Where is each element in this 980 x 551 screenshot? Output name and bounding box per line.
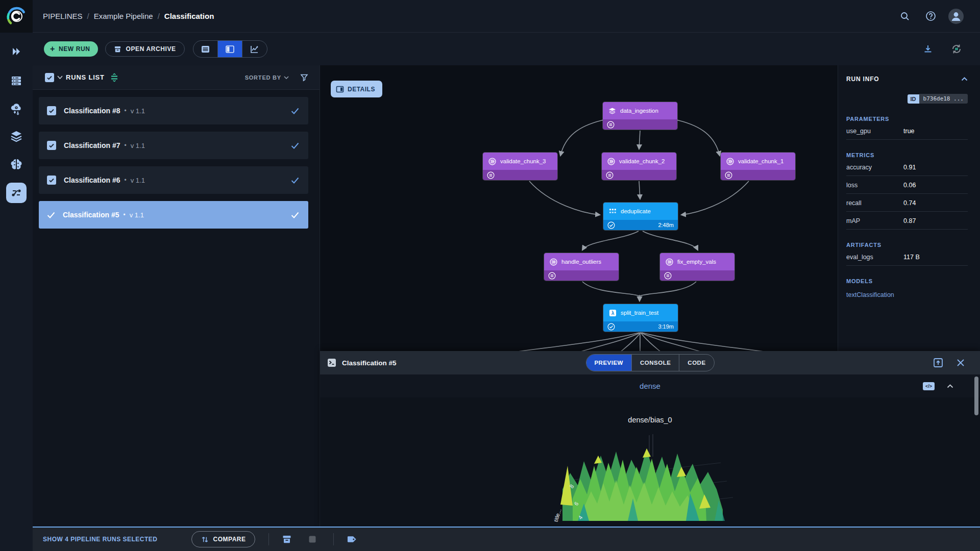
runs-list-body: Classification #8 • v 1.1 Classification… [33,90,320,229]
select-all-caret[interactable] [57,76,63,79]
node-label: split_train_test [621,310,658,316]
run-checkbox[interactable] [47,141,56,150]
dag-node-validate-chunk-1[interactable]: validate_chunk_1 [721,153,795,180]
expand-panel-icon[interactable] [933,358,943,368]
menu-circle-icon[interactable] [487,171,495,179]
model-link[interactable]: textClassification [846,291,968,298]
chart-view-icon [250,44,259,54]
chevrons-circle-icon [607,158,615,165]
footer-divider [333,533,334,545]
menu-circle-icon[interactable] [607,121,615,129]
tab-console[interactable]: CONSOLE [632,355,679,371]
dag-node-data-ingestion[interactable]: data_ingestion [603,102,677,130]
metric-value: 0.06 [903,182,916,189]
collapse-chevron-up-icon[interactable] [961,77,968,81]
dag-node-handle-outliers[interactable]: handle_outliers [544,253,619,281]
menu-circle-icon[interactable] [606,171,614,179]
run-row[interactable]: Classification #8 • v 1.1 [39,97,308,124]
menu-circle-icon[interactable] [725,171,732,179]
sidebar-item-projects[interactable] [9,44,23,59]
runs-list-title: RUNS LIST [66,73,105,81]
sorted-by-label: SORTED BY [245,74,281,81]
filter-icon[interactable] [300,73,308,82]
run-checkbox[interactable] [47,176,56,185]
user-menu[interactable] [947,8,965,25]
help-button[interactable] [922,8,939,25]
collapse-section-chevron-icon[interactable] [947,384,953,388]
compare-icon [201,536,209,543]
select-all-checkbox[interactable] [45,73,54,82]
metric-row: accuracy 0.91 [846,160,968,176]
node-label: deduplicate [621,208,651,214]
tab-preview[interactable]: PREVIEW [586,355,632,371]
view-table-button[interactable] [193,41,218,57]
sidebar-item-workers[interactable] [9,73,23,88]
run-status-check-icon [291,212,299,218]
new-run-button[interactable]: + NEW RUN [44,41,98,57]
code-chip-icon[interactable]: </> [923,382,935,390]
preview-run-title: Classification #5 [342,359,397,367]
split-view-icon [225,44,235,54]
dense-chart-area[interactable]: dense/bias_0 8 6 4 title... [320,397,980,527]
view-split-button[interactable] [218,41,242,57]
dag-node-fix-empty-vals[interactable]: fix_empty_vals [660,253,734,281]
breadcrumb-pipelines[interactable]: PIPELINES [43,12,83,20]
sidebar-item-datasets[interactable] [9,129,23,143]
run-row[interactable]: Classification #6 • v 1.1 [39,166,308,194]
chart-title: dense/bias_0 [628,416,672,424]
run-checkbox[interactable] [47,106,56,115]
sorted-by-dropdown[interactable]: SORTED BY [245,74,289,81]
details-button[interactable]: DETAILS [331,81,382,97]
dense-section-title: dense [640,382,660,390]
menu-circle-icon[interactable] [548,272,556,280]
selection-count-label[interactable]: SHOW 4 PIPELINE RUNS SELECTED [43,536,158,543]
node-label: data_ingestion [620,108,658,114]
run-status-check-icon [291,177,299,184]
view-charts-button[interactable] [242,41,267,57]
id-badge: ID [908,94,919,104]
tab-code[interactable]: CODE [679,355,714,371]
run-info-title: RUN INFO [846,76,879,83]
cloud-gear-icon [10,102,23,115]
search-icon [900,11,910,21]
selected-check-icon [47,212,55,218]
sidebar-item-pipelines[interactable] [6,183,27,203]
dag-node-validate-chunk-2[interactable]: validate_chunk_2 [602,153,676,180]
compare-label: COMPARE [213,536,246,543]
breadcrumb-separator: / [87,12,89,20]
archive-selected-button[interactable] [279,532,295,547]
breadcrumb-separator: / [158,12,160,20]
download-button[interactable] [920,41,936,57]
breadcrumb-project[interactable]: Example Pipeline [94,12,153,20]
chevrons-circle-icon [726,158,734,165]
scrollbar-thumb[interactable] [974,377,978,415]
run-row-selected[interactable]: Classification #5 • v 1.1 [39,201,308,229]
search-button[interactable] [896,8,914,25]
selection-footer: SHOW 4 PIPELINE RUNS SELECTED COMPARE [33,527,980,551]
run-row[interactable]: Classification #7 • v 1.1 [39,132,308,159]
clearml-logo[interactable] [0,0,33,33]
metric-row: recall 0.74 [846,195,968,212]
close-icon[interactable] [957,359,965,367]
dag-node-split-train-test[interactable]: λ split_train_test 3:19m [603,304,678,332]
run-version: v 1.1 [131,177,145,184]
dense-section-header[interactable]: dense </> [320,374,980,397]
sidebar-item-models[interactable] [9,157,23,171]
open-archive-button[interactable]: OPEN ARCHIVE [105,41,184,57]
add-tag-button[interactable] [344,532,359,547]
sidebar-item-applications[interactable] [9,102,23,116]
artifact-value: 117 B [903,254,920,261]
open-archive-label: OPEN ARCHIVE [126,45,176,53]
auto-refresh-button[interactable] [948,41,965,57]
compare-button[interactable]: COMPARE [191,531,256,547]
dag-node-validate-chunk-3[interactable]: validate_chunk_3 [483,153,557,180]
menu-circle-icon[interactable] [664,272,672,280]
run-version: v 1.1 [131,142,145,149]
check-icon [48,108,55,114]
auto-sort-icon[interactable] [110,73,119,82]
dag-node-deduplicate[interactable]: deduplicate 2:48m [603,203,678,230]
parameters-section-title: PARAMETERS [846,116,968,122]
panel-scrollbar[interactable] [974,377,978,524]
run-id-chip[interactable]: ID b736de18 ... [846,94,968,104]
run-status-check-icon [291,142,299,149]
